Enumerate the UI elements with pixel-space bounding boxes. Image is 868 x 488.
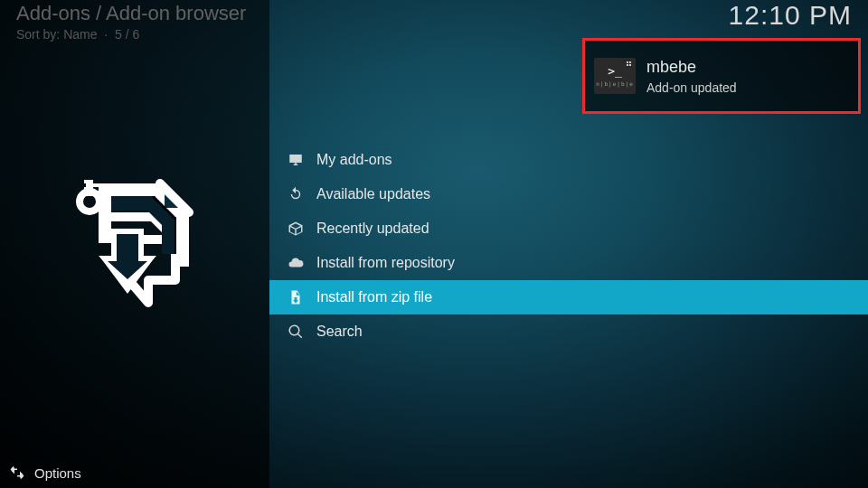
options-arrows-icon: [9, 465, 25, 481]
search-icon: [284, 324, 307, 340]
menu-item-label: Recently updated: [316, 221, 429, 237]
menu-item-label: Install from zip file: [316, 289, 432, 305]
addon-icon-text: n|b|e|b|e: [596, 80, 634, 87]
svg-rect-5: [93, 191, 99, 194]
menu-item-available-updates[interactable]: Available updates: [269, 177, 868, 211]
notification-title: mbebe: [646, 58, 737, 77]
menu-item-label: My add-ons: [316, 152, 392, 168]
menu-item-search[interactable]: Search: [269, 314, 868, 349]
menu-item-my-addons[interactable]: My add-ons: [269, 143, 868, 177]
box-icon: [284, 221, 307, 237]
menu-item-label: Search: [316, 324, 363, 340]
zip-download-large-icon: [71, 176, 198, 312]
menu-item-install-from-zip[interactable]: Install from zip file: [269, 280, 868, 314]
clock: 12:10 PM: [729, 0, 852, 31]
menu-item-label: Install from repository: [316, 255, 455, 271]
cloud-icon: [284, 255, 307, 271]
svg-rect-3: [93, 183, 99, 187]
monitor-icon: [284, 152, 307, 168]
footer-options[interactable]: Options: [0, 457, 81, 488]
svg-rect-2: [84, 180, 90, 183]
refresh-icon: [284, 186, 307, 202]
addon-browser-menu: My add-ons Available updates Recently up…: [269, 143, 868, 349]
notification-subtitle: Add-on updated: [646, 80, 737, 95]
menu-item-recently-updated[interactable]: Recently updated: [269, 211, 868, 246]
notification-toast: >_ n|b|e|b|e mbebe Add-on updated: [582, 38, 861, 114]
menu-item-label: Available updates: [316, 186, 430, 202]
svg-rect-4: [84, 187, 90, 191]
menu-item-install-from-repository[interactable]: Install from repository: [269, 246, 868, 280]
options-label: Options: [34, 465, 81, 481]
sidebar-category-pane: [0, 0, 269, 488]
addon-thumbnail-icon: >_ n|b|e|b|e: [594, 58, 636, 94]
zip-download-icon: [284, 289, 307, 305]
